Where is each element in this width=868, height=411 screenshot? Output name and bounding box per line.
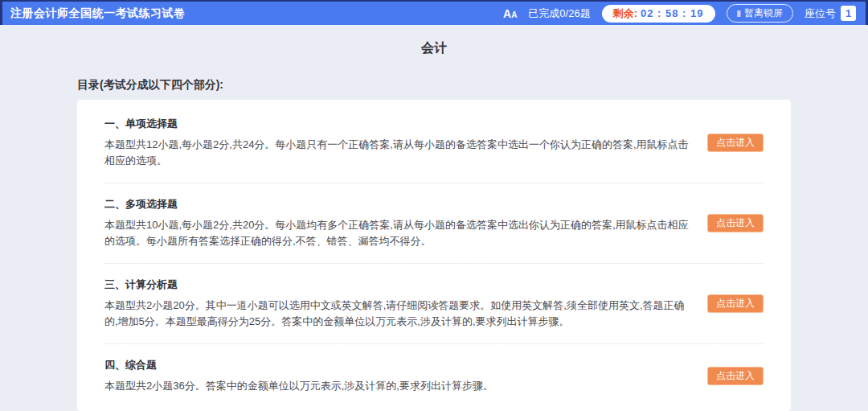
top-bar: 注册会计师全国统一考试练习试卷 AA 已完成0/26题 剩余: 02 : 58 …	[0, 0, 868, 25]
enter-button-multi-choice[interactable]: 点击进入	[707, 214, 764, 232]
pause-icon: ‖	[737, 9, 740, 18]
section-title: 一、单项选择题	[104, 117, 698, 131]
top-bar-right: AA 已完成0/26题 剩余: 02 : 58 : 19 ‖ 暂离锁屏 座位号 …	[503, 4, 856, 23]
section-text: 一、单项选择题 本题型共12小题,每小题2分,共24分。每小题只有一个正确答案,…	[104, 117, 698, 169]
exam-sections-card: 一、单项选择题 本题型共12小题,每小题2分,共24分。每小题只有一个正确答案,…	[77, 100, 791, 411]
seat-number-badge: 1	[841, 6, 856, 21]
font-size-icon[interactable]: AA	[503, 7, 517, 20]
enter-button-calculation[interactable]: 点击进入	[707, 294, 764, 313]
section-description: 本题型共2小题20分。其中一道小题可以选用中文或英文解答,请仔细阅读答题要求。如…	[104, 298, 698, 330]
section-description: 本题型共10小题,每小题2分,共20分。每小题均有多个正确答案,请从每小题的备选…	[104, 217, 698, 249]
timer-value: 02 : 58 : 19	[641, 7, 704, 19]
seat-info: 座位号 1	[805, 6, 856, 21]
countdown-timer: 剩余: 02 : 58 : 19	[602, 5, 715, 23]
directory-heading: 目录(考试分成以下四个部分):	[77, 78, 791, 92]
section-title: 二、多项选择题	[104, 197, 698, 212]
section-title: 四、综合题	[104, 358, 698, 372]
page-title: 会计	[0, 40, 868, 57]
section-title: 三、计算分析题	[104, 277, 698, 292]
section-text: 二、多项选择题 本题型共10小题,每小题2分,共20分。每小题均有多个正确答案,…	[104, 197, 698, 249]
section-calculation: 三、计算分析题 本题型共2小题20分。其中一道小题可以选用中文或英文解答,请仔细…	[104, 263, 764, 343]
pause-lock-button[interactable]: ‖ 暂离锁屏	[727, 4, 793, 23]
section-text: 三、计算分析题 本题型共2小题20分。其中一道小题可以选用中文或英文解答,请仔细…	[104, 277, 698, 330]
section-description: 本题型共2小题36分。答案中的金额单位以万元表示,涉及计算的,要求列出计算步骤。	[104, 378, 698, 394]
section-text: 四、综合题 本题型共2小题36分。答案中的金额单位以万元表示,涉及计算的,要求列…	[104, 358, 698, 394]
exam-title: 注册会计师全国统一考试练习试卷	[10, 6, 186, 21]
section-multi-choice: 二、多项选择题 本题型共10小题,每小题2分,共20分。每小题均有多个正确答案,…	[104, 183, 764, 263]
section-comprehensive: 四、综合题 本题型共2小题36分。答案中的金额单位以万元表示,涉及计算的,要求列…	[104, 343, 764, 408]
section-single-choice: 一、单项选择题 本题型共12小题,每小题2分,共24分。每小题只有一个正确答案,…	[104, 103, 764, 183]
pause-lock-label: 暂离锁屏	[744, 6, 783, 20]
section-description: 本题型共12小题,每小题2分,共24分。每小题只有一个正确答案,请从每小题的备选…	[104, 137, 698, 169]
enter-button-single-choice[interactable]: 点击进入	[707, 134, 764, 152]
timer-label: 剩余:	[613, 6, 637, 21]
enter-button-comprehensive[interactable]: 点击进入	[707, 367, 764, 385]
progress-status: 已完成0/26题	[528, 6, 590, 21]
seat-label: 座位号	[805, 6, 836, 21]
